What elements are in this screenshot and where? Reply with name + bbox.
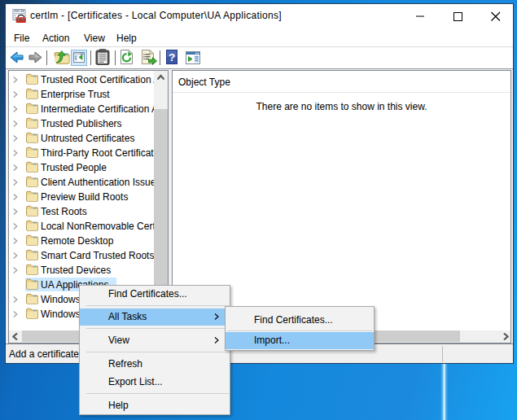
svg-text:?: ? bbox=[169, 51, 175, 63]
